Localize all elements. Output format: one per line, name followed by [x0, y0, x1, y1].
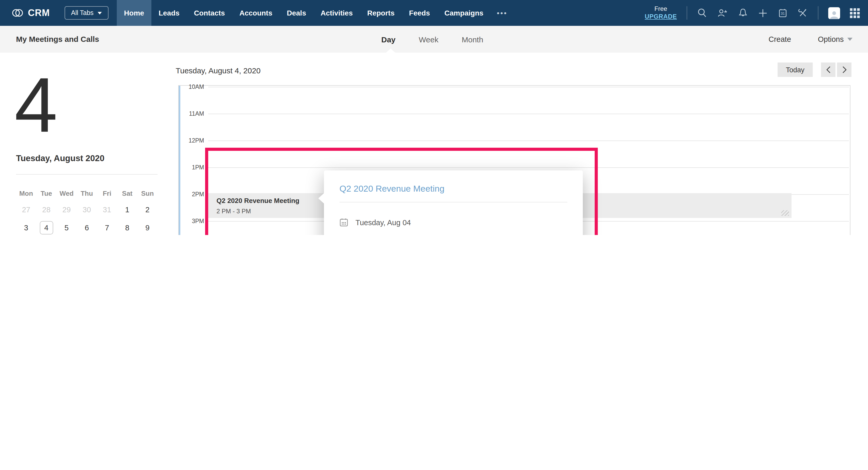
search-icon[interactable]: [697, 8, 707, 18]
hour-label: 2PM: [180, 191, 204, 197]
create-button[interactable]: Create: [769, 35, 791, 43]
subheader: My Meetings and Calls Day Week Month Cre…: [0, 26, 868, 53]
day-number: 28: [39, 203, 53, 216]
mini-calendar-weekdays: MonTueWedThuFriSatSun: [16, 187, 158, 200]
calendar-date-heading: Tuesday, August 4, 2020: [176, 66, 261, 75]
hour-label: 1PM: [180, 164, 204, 170]
crm-calendar-page: CRM All Tabs Home Leads Contacts Account…: [0, 0, 868, 235]
nav-tab[interactable]: Home: [117, 0, 151, 26]
popup-date: Tuesday, Aug 04: [355, 218, 411, 226]
day-number: 9: [141, 221, 154, 234]
day-number: 27: [20, 203, 33, 216]
nav-right-cluster: Free UPGRADE: [645, 0, 868, 26]
weekday-label: Thu: [77, 187, 97, 200]
popup-info-rows: Tuesday, Aug 04 02:00 PM - 03:00 PM: [339, 214, 567, 235]
crm-logo-icon: [11, 8, 24, 18]
options-label: Options: [818, 35, 844, 43]
all-tabs-dropdown[interactable]: All Tabs: [64, 6, 108, 20]
mini-calendar-day[interactable]: 6: [77, 218, 97, 235]
nav-tab[interactable]: Accounts: [232, 0, 280, 26]
notifications-bell-icon[interactable]: [738, 8, 748, 18]
nav-tabs: Home Leads Contacts Accounts Deals Activ…: [117, 0, 491, 26]
mini-calendar-day[interactable]: 4: [36, 218, 56, 235]
calendar-icon: [339, 218, 348, 227]
day-number: 8: [121, 221, 134, 234]
next-day-button[interactable]: [837, 62, 851, 77]
weekday-label: Mon: [16, 187, 36, 200]
day-number: 7: [100, 221, 114, 234]
day-number: 31: [100, 203, 114, 216]
nav-tab[interactable]: Activities: [313, 0, 360, 26]
day-number: 5: [60, 221, 73, 234]
divider: [16, 174, 158, 175]
weekday-label: Tue: [36, 187, 56, 200]
hour-row[interactable]: 12PM: [208, 140, 849, 167]
upgrade-label: UPGRADE: [645, 13, 677, 21]
hour-row[interactable]: 10AM: [208, 87, 849, 114]
mini-calendar-days: 27 28 29 30 31 1: [16, 200, 158, 235]
nav-tab[interactable]: Contacts: [187, 0, 232, 26]
mini-calendar-day[interactable]: 27: [16, 200, 36, 218]
chevron-down-icon: [847, 38, 852, 41]
calendar-icon[interactable]: 31: [778, 8, 788, 18]
add-user-icon[interactable]: [717, 8, 728, 18]
nav-tab[interactable]: Campaigns: [437, 0, 491, 26]
date-row: Tuesday, Aug 04: [339, 214, 567, 231]
mini-calendar-day[interactable]: 30: [77, 200, 97, 218]
mini-calendar-day[interactable]: 3: [16, 218, 36, 235]
nav-tab[interactable]: Deals: [280, 0, 313, 26]
calendar-badge: 31: [781, 11, 785, 15]
add-plus-icon[interactable]: [758, 8, 768, 18]
hour-label: 12PM: [180, 137, 204, 144]
selected-day-number: 4: [14, 66, 58, 144]
mini-calendar-day[interactable]: 31: [97, 200, 117, 218]
hour-row[interactable]: 11AM: [208, 114, 849, 140]
event-details-popup: Q2 2020 Revenue Meeting Tuesday, Aug 04: [324, 170, 583, 235]
chevron-down-icon: [98, 11, 102, 14]
event-resize-handle[interactable]: [781, 210, 789, 216]
time-row: 02:00 PM - 03:00 PM: [339, 231, 567, 235]
day-number: 3: [20, 221, 33, 234]
mini-calendar-day[interactable]: 2: [137, 200, 158, 218]
popup-arrow-notch: [318, 193, 324, 203]
create-label: Create: [769, 35, 791, 43]
tools-icon[interactable]: [798, 8, 808, 18]
mini-calendar-day[interactable]: 1: [117, 200, 137, 218]
hour-label: 3PM: [180, 218, 204, 224]
mini-calendar: MonTueWedThuFriSatSun 27 28 29 30: [16, 187, 158, 235]
mini-calendar-day[interactable]: 7: [97, 218, 117, 235]
hour-label: 10AM: [180, 84, 204, 90]
day-number: 2: [141, 203, 154, 216]
mini-calendar-day[interactable]: 5: [57, 218, 77, 235]
free-label: Free: [654, 5, 667, 13]
mini-calendar-day[interactable]: 29: [57, 200, 77, 218]
apps-grid-icon[interactable]: [850, 8, 860, 18]
mini-calendar-day[interactable]: 28: [36, 200, 56, 218]
nav-tab[interactable]: Leads: [151, 0, 187, 26]
subheader-actions: Create Options: [769, 26, 852, 53]
weekday-label: Sun: [137, 187, 158, 200]
page-title: My Meetings and Calls: [16, 26, 99, 53]
nav-more-ellipsis[interactable]: •••: [491, 0, 514, 26]
options-button[interactable]: Options: [818, 35, 852, 43]
today-button[interactable]: Today: [778, 62, 813, 77]
mini-calendar-day[interactable]: 9: [137, 218, 158, 235]
hour-label: 11AM: [180, 111, 204, 117]
top-navbar: CRM All Tabs Home Leads Contacts Account…: [0, 0, 868, 26]
nav-tab[interactable]: Reports: [360, 0, 402, 26]
active-view-notch: [386, 49, 395, 53]
view-tab[interactable]: Week: [419, 35, 438, 44]
weekday-label: Wed: [57, 187, 77, 200]
popup-event-title-link[interactable]: Q2 2020 Revenue Meeting: [339, 184, 567, 194]
view-tab[interactable]: Day: [381, 35, 396, 44]
avatar[interactable]: [828, 7, 840, 19]
crm-logo-text: CRM: [28, 7, 50, 18]
upgrade-link[interactable]: Free UPGRADE: [645, 5, 677, 21]
previous-day-button[interactable]: [821, 62, 835, 77]
nav-spacer: [514, 0, 645, 26]
nav-tab[interactable]: Feeds: [402, 0, 437, 26]
day-number: 4: [39, 221, 53, 234]
mini-calendar-day[interactable]: 8: [117, 218, 137, 235]
view-tab[interactable]: Month: [462, 35, 483, 44]
crm-logo[interactable]: CRM: [0, 0, 50, 26]
